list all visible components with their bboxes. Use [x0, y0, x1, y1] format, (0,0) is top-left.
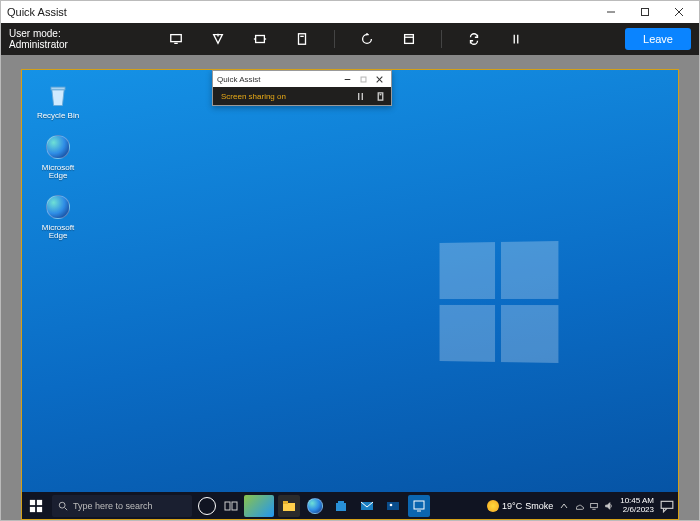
task-manager-button[interactable]	[399, 29, 419, 49]
quick-assist-child-window[interactable]: Quick Assist Screen sharing on	[212, 70, 392, 106]
taskbar-app-mail[interactable]	[356, 495, 378, 517]
annotation-button[interactable]	[208, 29, 228, 49]
weather-temp: 19°C	[502, 501, 522, 511]
child-minimize-button[interactable]	[339, 72, 355, 86]
svg-rect-32	[232, 502, 237, 510]
remote-viewport: Recycle Bin Microsoft Edge Microsoft Edg…	[1, 55, 699, 520]
maximize-button[interactable]	[631, 3, 659, 21]
search-placeholder: Type here to search	[73, 501, 153, 511]
desktop-icons: Recycle Bin Microsoft Edge Microsoft Edg…	[32, 80, 84, 240]
child-titlebar: Quick Assist	[213, 71, 391, 87]
svg-rect-12	[405, 35, 414, 44]
edge-icon	[43, 192, 73, 222]
pinned-apps	[278, 495, 430, 517]
titlebar: Quick Assist	[1, 1, 699, 23]
taskbar-app-quick-assist[interactable]	[408, 495, 430, 517]
user-mode-label: User mode:	[9, 28, 68, 39]
svg-line-30	[65, 507, 68, 510]
svg-rect-16	[51, 87, 65, 90]
taskbar-app-photos[interactable]	[382, 495, 404, 517]
taskbar-app-store[interactable]	[330, 495, 352, 517]
child-title: Quick Assist	[217, 75, 339, 84]
system-tray: 19°C Smoke 10:45 AM 2/6/2023	[487, 497, 678, 515]
taskbar-clock[interactable]: 10:45 AM 2/6/2023	[620, 497, 654, 515]
tray-chevron-up-icon[interactable]	[559, 501, 569, 511]
svg-rect-26	[37, 499, 42, 504]
weather-icon	[487, 500, 499, 512]
weather-text: Smoke	[525, 501, 553, 511]
svg-point-29	[59, 502, 65, 508]
svg-rect-18	[361, 77, 366, 82]
desktop-icon-label: Recycle Bin	[37, 112, 79, 120]
news-widget[interactable]	[244, 495, 274, 517]
close-button[interactable]	[665, 3, 693, 21]
start-button[interactable]	[22, 492, 50, 520]
svg-rect-45	[661, 501, 673, 508]
tray-icons	[559, 501, 614, 511]
cortana-button[interactable]	[198, 497, 216, 515]
desktop-icon-edge-2[interactable]: Microsoft Edge	[32, 192, 84, 240]
tray-onedrive-icon[interactable]	[574, 501, 584, 511]
svg-rect-42	[591, 503, 598, 507]
child-toolbar: Screen sharing on	[213, 87, 391, 105]
child-close-button[interactable]	[371, 72, 387, 86]
svg-rect-7	[256, 36, 265, 43]
reconnect-button[interactable]	[464, 29, 484, 49]
search-icon	[58, 501, 68, 511]
svg-rect-34	[283, 501, 288, 504]
assist-toolbar: User mode: Administrator Leave	[1, 23, 699, 55]
svg-rect-33	[283, 503, 295, 511]
svg-rect-36	[338, 501, 344, 503]
desktop-icon-recycle-bin[interactable]: Recycle Bin	[32, 80, 84, 120]
svg-rect-10	[299, 34, 306, 45]
taskbar-app-edge[interactable]	[304, 495, 326, 517]
windows-logo-wallpaper	[440, 241, 559, 363]
svg-rect-35	[336, 503, 346, 511]
pause-button[interactable]	[506, 29, 526, 49]
toolbar-divider-1	[334, 30, 335, 48]
svg-rect-28	[37, 506, 42, 511]
svg-rect-23	[378, 92, 383, 99]
svg-rect-40	[414, 501, 424, 509]
svg-point-39	[390, 503, 393, 506]
user-mode: User mode: Administrator	[9, 28, 68, 50]
weather-widget[interactable]: 19°C Smoke	[487, 500, 553, 512]
wallpaper	[22, 70, 678, 492]
taskbar-app-file-explorer[interactable]	[278, 495, 300, 517]
remote-taskbar: Type here to search 19°C Smoke	[21, 492, 679, 520]
user-mode-value: Administrator	[9, 39, 68, 50]
svg-rect-1	[642, 9, 649, 16]
desktop-icon-label: Microsoft Edge	[32, 164, 84, 180]
svg-rect-25	[30, 499, 35, 504]
svg-rect-4	[171, 35, 182, 42]
quick-assist-window: Quick Assist User mode: Administrator Le…	[0, 0, 700, 521]
child-pause-button[interactable]	[353, 89, 367, 103]
minimize-button[interactable]	[597, 3, 625, 21]
restart-button[interactable]	[357, 29, 377, 49]
clock-date: 2/6/2023	[623, 506, 654, 515]
toolbar-divider-2	[441, 30, 442, 48]
remote-desktop[interactable]: Recycle Bin Microsoft Edge Microsoft Edg…	[21, 69, 679, 492]
tray-network-icon[interactable]	[589, 501, 599, 511]
select-monitor-button[interactable]	[166, 29, 186, 49]
actual-size-button[interactable]	[250, 29, 270, 49]
edge-icon	[43, 132, 73, 162]
action-center-button[interactable]	[660, 499, 674, 513]
child-maximize-button[interactable]	[355, 72, 371, 86]
sharing-status: Screen sharing on	[217, 92, 347, 101]
task-view-button[interactable]	[222, 497, 240, 515]
svg-rect-31	[225, 502, 230, 510]
recycle-bin-icon	[43, 80, 73, 110]
window-controls	[597, 3, 693, 21]
taskbar-search[interactable]: Type here to search	[52, 495, 192, 517]
leave-button[interactable]: Leave	[625, 28, 691, 50]
tray-volume-icon[interactable]	[604, 501, 614, 511]
toolbar-center	[76, 29, 617, 49]
svg-rect-38	[387, 502, 399, 510]
instruction-channel-button[interactable]	[292, 29, 312, 49]
app-title: Quick Assist	[7, 6, 597, 18]
child-stop-button[interactable]	[373, 89, 387, 103]
svg-marker-44	[606, 502, 610, 509]
desktop-icon-edge-1[interactable]: Microsoft Edge	[32, 132, 84, 180]
desktop-icon-label: Microsoft Edge	[32, 224, 84, 240]
